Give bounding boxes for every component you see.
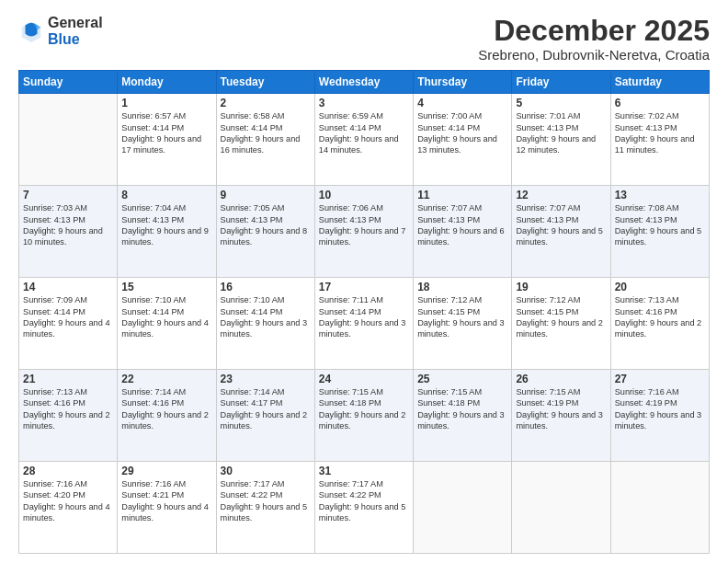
day-number: 29 — [121, 465, 211, 477]
day-info: Sunrise: 6:58 AMSunset: 4:14 PMDaylight:… — [221, 110, 311, 156]
table-row: 13Sunrise: 7:08 AMSunset: 4:13 PMDayligh… — [610, 186, 709, 278]
logo-blue-text: Blue — [48, 31, 103, 48]
day-info: Sunrise: 7:12 AMSunset: 4:15 PMDaylight:… — [417, 294, 507, 340]
table-row: 1Sunrise: 6:57 AMSunset: 4:14 PMDaylight… — [118, 94, 216, 186]
table-row: 23Sunrise: 7:14 AMSunset: 4:17 PMDayligh… — [216, 370, 314, 462]
header-saturday: Saturday — [610, 71, 709, 94]
day-number: 22 — [121, 373, 211, 385]
table-row — [414, 462, 512, 554]
day-number: 9 — [221, 189, 311, 201]
day-info: Sunrise: 7:02 AMSunset: 4:13 PMDaylight:… — [615, 110, 705, 156]
day-info: Sunrise: 7:17 AMSunset: 4:22 PMDaylight:… — [319, 478, 409, 524]
table-row — [512, 462, 610, 554]
day-number: 21 — [23, 373, 113, 385]
day-info: Sunrise: 7:04 AMSunset: 4:13 PMDaylight:… — [121, 202, 211, 248]
day-info: Sunrise: 6:57 AMSunset: 4:14 PMDaylight:… — [121, 110, 211, 156]
table-row: 18Sunrise: 7:12 AMSunset: 4:15 PMDayligh… — [414, 278, 512, 370]
day-info: Sunrise: 7:13 AMSunset: 4:16 PMDaylight:… — [23, 386, 113, 432]
table-row: 17Sunrise: 7:11 AMSunset: 4:14 PMDayligh… — [314, 278, 413, 370]
day-number: 6 — [615, 97, 705, 109]
calendar-week-row: 28Sunrise: 7:16 AMSunset: 4:20 PMDayligh… — [19, 462, 710, 554]
day-info: Sunrise: 7:14 AMSunset: 4:17 PMDaylight:… — [221, 386, 311, 432]
logo: General Blue — [18, 15, 103, 47]
day-number: 7 — [23, 189, 113, 201]
day-number: 4 — [417, 97, 507, 109]
table-row: 2Sunrise: 6:58 AMSunset: 4:14 PMDaylight… — [216, 94, 314, 186]
day-number: 28 — [23, 465, 113, 477]
day-number: 13 — [615, 189, 705, 201]
day-info: Sunrise: 7:10 AMSunset: 4:14 PMDaylight:… — [221, 294, 311, 340]
header-sunday: Sunday — [19, 71, 118, 94]
day-info: Sunrise: 7:16 AMSunset: 4:19 PMDaylight:… — [615, 386, 705, 432]
day-number: 20 — [615, 281, 705, 293]
day-info: Sunrise: 7:06 AMSunset: 4:13 PMDaylight:… — [319, 202, 409, 248]
table-row: 27Sunrise: 7:16 AMSunset: 4:19 PMDayligh… — [610, 370, 709, 462]
day-info: Sunrise: 7:14 AMSunset: 4:16 PMDaylight:… — [121, 386, 211, 432]
table-row: 10Sunrise: 7:06 AMSunset: 4:13 PMDayligh… — [314, 186, 413, 278]
header-monday: Monday — [118, 71, 216, 94]
table-row: 29Sunrise: 7:16 AMSunset: 4:21 PMDayligh… — [118, 462, 216, 554]
table-row: 11Sunrise: 7:07 AMSunset: 4:13 PMDayligh… — [414, 186, 512, 278]
table-row: 30Sunrise: 7:17 AMSunset: 4:22 PMDayligh… — [216, 462, 314, 554]
day-info: Sunrise: 7:15 AMSunset: 4:19 PMDaylight:… — [516, 386, 606, 432]
day-info: Sunrise: 7:01 AMSunset: 4:13 PMDaylight:… — [516, 110, 606, 156]
table-row — [19, 94, 118, 186]
header-thursday: Thursday — [414, 71, 512, 94]
day-number: 11 — [417, 189, 507, 201]
day-info: Sunrise: 7:15 AMSunset: 4:18 PMDaylight:… — [319, 386, 409, 432]
day-number: 5 — [516, 97, 606, 109]
table-row: 24Sunrise: 7:15 AMSunset: 4:18 PMDayligh… — [314, 370, 413, 462]
day-number: 2 — [221, 97, 311, 109]
table-row: 15Sunrise: 7:10 AMSunset: 4:14 PMDayligh… — [118, 278, 216, 370]
day-number: 14 — [23, 281, 113, 293]
header: General Blue December 2025 Srebreno, Dub… — [18, 15, 710, 63]
table-row — [610, 462, 709, 554]
header-friday: Friday — [512, 71, 610, 94]
month-title: December 2025 — [478, 15, 710, 47]
table-row: 22Sunrise: 7:14 AMSunset: 4:16 PMDayligh… — [118, 370, 216, 462]
location-subtitle: Srebreno, Dubrovnik-Neretva, Croatia — [478, 47, 710, 63]
day-number: 16 — [221, 281, 311, 293]
table-row: 7Sunrise: 7:03 AMSunset: 4:13 PMDaylight… — [19, 186, 118, 278]
day-info: Sunrise: 7:16 AMSunset: 4:21 PMDaylight:… — [121, 478, 211, 524]
title-block: December 2025 Srebreno, Dubrovnik-Neretv… — [478, 15, 710, 63]
table-row: 12Sunrise: 7:07 AMSunset: 4:13 PMDayligh… — [512, 186, 610, 278]
table-row: 5Sunrise: 7:01 AMSunset: 4:13 PMDaylight… — [512, 94, 610, 186]
day-info: Sunrise: 6:59 AMSunset: 4:14 PMDaylight:… — [319, 110, 409, 156]
table-row: 8Sunrise: 7:04 AMSunset: 4:13 PMDaylight… — [118, 186, 216, 278]
day-info: Sunrise: 7:12 AMSunset: 4:15 PMDaylight:… — [516, 294, 606, 340]
logo-general-text: General — [48, 15, 103, 31]
day-number: 19 — [516, 281, 606, 293]
calendar-week-row: 21Sunrise: 7:13 AMSunset: 4:16 PMDayligh… — [19, 370, 710, 462]
table-row: 3Sunrise: 6:59 AMSunset: 4:14 PMDaylight… — [314, 94, 413, 186]
day-info: Sunrise: 7:07 AMSunset: 4:13 PMDaylight:… — [516, 202, 606, 248]
table-row: 4Sunrise: 7:00 AMSunset: 4:14 PMDaylight… — [414, 94, 512, 186]
day-number: 30 — [221, 465, 311, 477]
table-row: 28Sunrise: 7:16 AMSunset: 4:20 PMDayligh… — [19, 462, 118, 554]
day-info: Sunrise: 7:00 AMSunset: 4:14 PMDaylight:… — [417, 110, 507, 156]
logo-text: General Blue — [48, 15, 103, 47]
table-row: 21Sunrise: 7:13 AMSunset: 4:16 PMDayligh… — [19, 370, 118, 462]
table-row: 19Sunrise: 7:12 AMSunset: 4:15 PMDayligh… — [512, 278, 610, 370]
day-number: 25 — [417, 373, 507, 385]
day-info: Sunrise: 7:08 AMSunset: 4:13 PMDaylight:… — [615, 202, 705, 248]
day-number: 3 — [319, 97, 409, 109]
table-row: 20Sunrise: 7:13 AMSunset: 4:16 PMDayligh… — [610, 278, 709, 370]
day-info: Sunrise: 7:09 AMSunset: 4:14 PMDaylight:… — [23, 294, 113, 340]
day-number: 12 — [516, 189, 606, 201]
day-info: Sunrise: 7:15 AMSunset: 4:18 PMDaylight:… — [417, 386, 507, 432]
day-number: 10 — [319, 189, 409, 201]
day-info: Sunrise: 7:05 AMSunset: 4:13 PMDaylight:… — [221, 202, 311, 248]
table-row: 9Sunrise: 7:05 AMSunset: 4:13 PMDaylight… — [216, 186, 314, 278]
day-number: 1 — [121, 97, 211, 109]
page: General Blue December 2025 Srebreno, Dub… — [0, 0, 728, 563]
header-tuesday: Tuesday — [216, 71, 314, 94]
calendar-week-row: 1Sunrise: 6:57 AMSunset: 4:14 PMDaylight… — [19, 94, 710, 186]
table-row: 25Sunrise: 7:15 AMSunset: 4:18 PMDayligh… — [414, 370, 512, 462]
day-number: 17 — [319, 281, 409, 293]
table-row: 6Sunrise: 7:02 AMSunset: 4:13 PMDaylight… — [610, 94, 709, 186]
day-info: Sunrise: 7:17 AMSunset: 4:22 PMDaylight:… — [221, 478, 311, 524]
header-wednesday: Wednesday — [314, 71, 413, 94]
day-number: 24 — [319, 373, 409, 385]
day-info: Sunrise: 7:16 AMSunset: 4:20 PMDaylight:… — [23, 478, 113, 524]
